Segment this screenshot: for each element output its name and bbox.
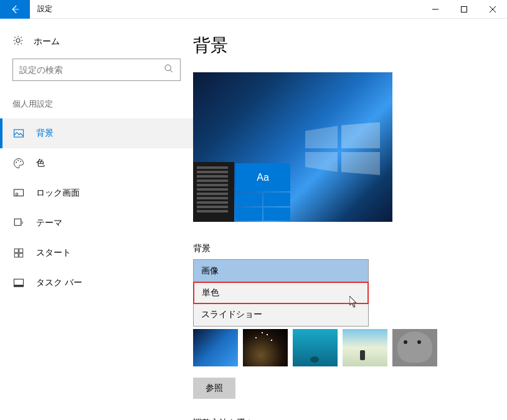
thumbnail-1[interactable] bbox=[193, 329, 238, 366]
home-link[interactable]: ホーム bbox=[0, 31, 193, 59]
svg-point-3 bbox=[16, 162, 17, 163]
screen-icon bbox=[12, 188, 25, 199]
sidebar-item-label: テーマ bbox=[36, 217, 62, 229]
main-panel: 背景 Aa bbox=[193, 19, 507, 420]
gear-icon bbox=[12, 35, 24, 49]
minimize-icon bbox=[432, 6, 438, 12]
sidebar-item-themes[interactable]: テーマ bbox=[0, 208, 193, 238]
search-input[interactable] bbox=[19, 65, 164, 75]
svg-point-4 bbox=[17, 160, 19, 161]
maximize-button[interactable] bbox=[450, 0, 478, 19]
preview-tile-sample: Aa bbox=[235, 163, 290, 191]
sidebar-item-label: ロック画面 bbox=[36, 188, 80, 199]
svg-point-5 bbox=[20, 161, 21, 162]
window-title: 設定 bbox=[30, 4, 52, 14]
dropdown-option-picture[interactable]: 画像 bbox=[194, 260, 368, 282]
thumbnail-4[interactable] bbox=[343, 329, 387, 366]
svg-point-1 bbox=[165, 65, 171, 70]
background-field-label: 背景 bbox=[193, 243, 482, 254]
sidebar-item-start[interactable]: スタート bbox=[0, 238, 193, 268]
minimize-button[interactable] bbox=[421, 0, 450, 19]
sidebar-item-label: タスク バー bbox=[36, 277, 82, 289]
svg-rect-14 bbox=[14, 285, 24, 287]
thumbnail-5[interactable] bbox=[392, 329, 437, 366]
dropdown-option-solid-color[interactable]: 単色 bbox=[193, 282, 369, 304]
window-controls bbox=[421, 0, 507, 19]
svg-rect-12 bbox=[19, 254, 23, 257]
preview-start-menu bbox=[193, 162, 234, 222]
svg-rect-9 bbox=[14, 249, 18, 252]
svg-rect-10 bbox=[19, 249, 23, 252]
background-type-dropdown[interactable]: 画像 単色 スライドショー bbox=[193, 259, 369, 327]
sidebar-item-label: 色 bbox=[36, 158, 45, 169]
page-title: 背景 bbox=[193, 34, 482, 57]
titlebar: 設定 bbox=[0, 0, 507, 19]
dropdown-option-slideshow[interactable]: スライドショー bbox=[194, 303, 368, 326]
svg-rect-6 bbox=[14, 189, 24, 196]
preview-tiles: Aa bbox=[234, 162, 291, 222]
sidebar-item-label: 背景 bbox=[36, 128, 54, 139]
arrow-left-icon bbox=[9, 4, 21, 15]
sidebar-item-label: スタート bbox=[36, 247, 71, 259]
start-icon bbox=[12, 247, 25, 259]
thumbnail-3[interactable] bbox=[293, 329, 338, 366]
browse-button[interactable]: 参照 bbox=[193, 378, 235, 399]
taskbar-icon bbox=[12, 277, 25, 289]
recent-images bbox=[193, 329, 482, 366]
thumbnail-2[interactable] bbox=[243, 329, 288, 366]
home-label: ホーム bbox=[34, 36, 60, 47]
brush-icon bbox=[12, 217, 25, 229]
svg-rect-8 bbox=[14, 219, 21, 226]
desktop-preview: Aa bbox=[193, 72, 392, 222]
fit-field-label: 調整方法を選ぶ bbox=[193, 418, 482, 420]
section-heading: 個人用設定 bbox=[0, 98, 193, 118]
sidebar-item-colors[interactable]: 色 bbox=[0, 148, 193, 178]
close-icon bbox=[490, 6, 496, 12]
search-box[interactable] bbox=[12, 59, 181, 81]
search-icon bbox=[164, 64, 174, 76]
close-button[interactable] bbox=[478, 0, 507, 19]
sidebar-item-background[interactable]: 背景 bbox=[0, 118, 193, 148]
svg-rect-11 bbox=[14, 254, 18, 257]
sidebar-item-taskbar[interactable]: タスク バー bbox=[0, 268, 193, 298]
maximize-icon bbox=[461, 6, 467, 12]
image-icon bbox=[12, 128, 25, 139]
sidebar-item-lock-screen[interactable]: ロック画面 bbox=[0, 178, 193, 208]
svg-rect-7 bbox=[16, 193, 18, 195]
palette-icon bbox=[12, 158, 25, 169]
sidebar: ホーム 個人用設定 背景 色 ロック画面 bbox=[0, 19, 193, 420]
svg-rect-0 bbox=[462, 6, 467, 12]
back-button[interactable] bbox=[0, 0, 30, 19]
windows-logo-icon bbox=[305, 122, 380, 175]
